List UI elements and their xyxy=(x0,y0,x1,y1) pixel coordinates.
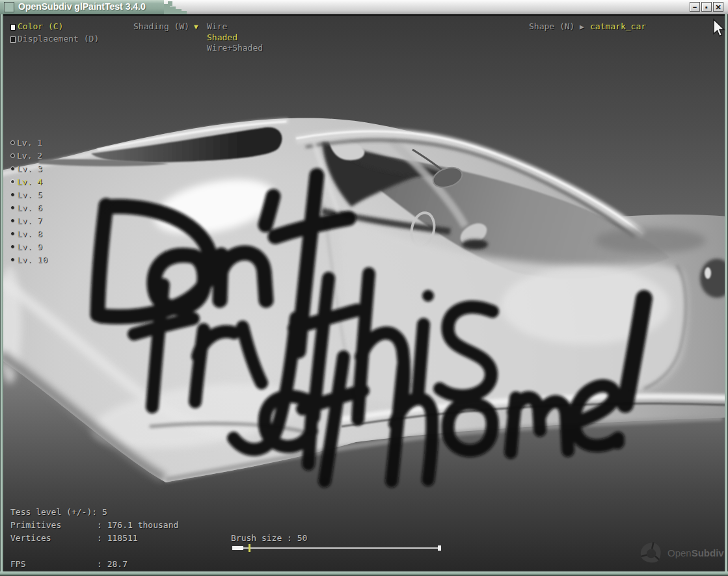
opensubdiv-watermark: OpenSubdiv xyxy=(639,540,724,565)
shading-dropdown-arrow-icon: ▼ xyxy=(194,22,198,32)
radio-icon xyxy=(10,153,15,158)
brush-size-slider[interactable] xyxy=(232,543,442,553)
mouse-cursor-icon xyxy=(712,18,726,38)
opensubdiv-logo-icon xyxy=(639,540,664,565)
toggle-color[interactable]: Color (C) xyxy=(18,21,63,31)
viewport-3d[interactable] xyxy=(3,16,725,571)
shading-option-shaded[interactable]: Shaded xyxy=(207,33,237,42)
radio-icon xyxy=(10,257,15,262)
shading-option-wire-shaded[interactable]: Wire+Shaded xyxy=(207,43,263,53)
radio-icon xyxy=(10,218,15,223)
window-border-left[interactable] xyxy=(0,14,3,572)
brush-size-label: Brush size : 50 xyxy=(231,533,307,543)
slider-thumb[interactable] xyxy=(249,544,250,552)
shading-option-wire[interactable]: Wire xyxy=(207,21,227,31)
slider-track[interactable] xyxy=(232,547,441,549)
app-window: Don't try this at home! Color (C) Displa… xyxy=(0,0,728,576)
radio-icon xyxy=(10,140,15,145)
toggle-displacement[interactable]: Displacement (D) xyxy=(18,34,99,44)
close-button[interactable]: ✕ xyxy=(713,2,723,12)
window-border-right[interactable] xyxy=(725,14,728,572)
radio-icon xyxy=(10,166,15,171)
window-menu-icon[interactable] xyxy=(4,2,14,12)
slider-endcap xyxy=(438,545,441,551)
stat-primitives: Primitives : 176.1 thousand xyxy=(10,520,178,530)
stat-tess-level: Tess level (+/-): 5 xyxy=(10,507,107,517)
slider-fill xyxy=(232,546,243,550)
stat-fps: FPS : 28.7 xyxy=(10,559,128,569)
maximize-button[interactable]: ▪ xyxy=(701,2,712,12)
shape-value[interactable]: catmark_car xyxy=(590,21,646,31)
radio-icon xyxy=(10,179,15,184)
stat-vertices: Vertices : 118511 xyxy=(10,533,138,543)
shape-menu-label[interactable]: Shape (N) xyxy=(529,21,574,31)
title-bar[interactable]: OpenSubdiv glPaintTest 3.4.0 − ▪ ✕ xyxy=(0,0,728,14)
window-title: OpenSubdiv glPaintTest 3.4.0 xyxy=(18,1,146,12)
radio-icon xyxy=(10,244,15,249)
titlebar-separator xyxy=(0,14,728,16)
radio-icon xyxy=(10,205,15,210)
shading-menu-label[interactable]: Shading (W) xyxy=(133,21,189,31)
watermark-text: OpenSubdiv xyxy=(667,547,724,558)
radio-icon xyxy=(10,231,15,236)
color-checkbox-icon xyxy=(10,24,16,31)
car-scene xyxy=(3,16,725,571)
displacement-checkbox-icon xyxy=(10,36,16,43)
shape-arrow-icon: ▶ xyxy=(580,22,584,32)
radio-icon xyxy=(10,192,15,197)
window-border-bottom[interactable] xyxy=(0,571,728,576)
minimize-button[interactable]: − xyxy=(690,2,700,12)
